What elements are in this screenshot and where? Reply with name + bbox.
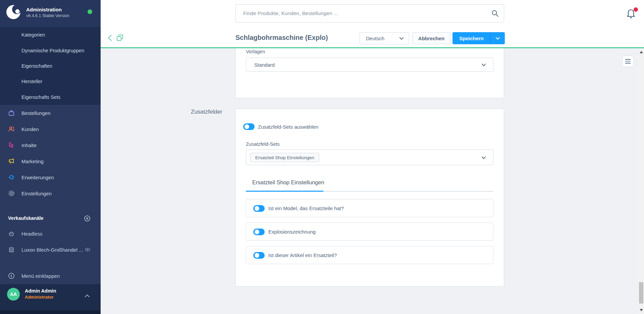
sidebar-item-dynamische-produktgruppen[interactable]: Dynamische Produktgruppen	[0, 43, 101, 58]
users-icon	[8, 126, 15, 132]
duplicate-icon[interactable]	[116, 34, 124, 42]
templates-card: Vorlagen Standard	[235, 48, 504, 98]
templates-label: Vorlagen	[246, 49, 265, 54]
vertical-scrollbar[interactable]	[638, 48, 644, 314]
ist-ersatzteil-toggle[interactable]	[253, 252, 265, 259]
user-name: Admin Admin	[25, 288, 56, 294]
custom-fields-card: Zusatzfeld-Sets auswählen Zusatzfeld-Set…	[235, 109, 504, 287]
scroll-up-arrow[interactable]	[640, 51, 643, 53]
sidebar-item-kunden[interactable]: Kunden	[0, 121, 101, 137]
page-title: Schlagbohrmaschine (Explo)	[235, 34, 328, 42]
save-options-button[interactable]	[491, 32, 505, 44]
sidebar-item-kategorien[interactable]: Kategorien	[0, 27, 101, 43]
scrollbar-thumb[interactable]	[639, 282, 643, 304]
toggle-row-label: Ist ein Model, das Ersatzteile hat?	[268, 205, 344, 211]
basket-icon	[8, 230, 15, 237]
collapse-menu-button[interactable]: Menü einklappen	[0, 268, 101, 284]
sidebar-item-label: Erweiterungen	[21, 175, 54, 180]
content-icon	[8, 142, 15, 148]
tab-ersatzteil-shop-einstellungen[interactable]: Ersatzteil Shop Einstellungen	[252, 179, 324, 186]
hamburger-icon	[625, 63, 631, 64]
tab-active-underline	[246, 191, 323, 192]
language-select-value: Deutsch	[366, 36, 384, 41]
notification-center-button[interactable]	[626, 7, 638, 20]
collapse-menu-label: Menü einklappen	[21, 273, 60, 279]
eye-icon[interactable]	[85, 247, 91, 253]
chevron-circle-left-icon	[8, 272, 15, 279]
sidebar-item-label: Marketing	[21, 159, 44, 164]
search-icon[interactable]	[491, 9, 499, 17]
custom-field-sets-select[interactable]: Ersatzteil Shop Einstellungen	[246, 149, 493, 165]
sidebar-header: Administration v6.4.6.1 Stable Version	[0, 0, 101, 27]
toggle-row-ersatzteile-hat: Ist ein Model, das Ersatzteile hat?	[246, 199, 493, 217]
sidebar-item-hersteller[interactable]: Hersteller	[0, 74, 101, 89]
custom-fields-section-heading: Zusatzfelder	[191, 109, 222, 115]
sidebar-item-label: Einstellungen	[21, 191, 52, 196]
app-version: v6.4.6.1 Stable Version	[26, 13, 69, 18]
template-select-value: Standard	[254, 62, 275, 68]
plug-icon	[8, 174, 15, 181]
notification-dot	[634, 7, 638, 12]
sidebar-item-bestellungen[interactable]: Bestellungen	[0, 105, 101, 121]
sidebar-item-eigenschafts-sets[interactable]: Eigenschafts Sets	[0, 89, 101, 105]
toggle-row-explosionszeichnung: Explosionszeichnung	[246, 223, 493, 241]
custom-field-sets-label: Zusatzfeld-Sets	[246, 141, 280, 147]
custom-field-sets-toggle-label: Zusatzfeld-Sets auswählen	[258, 124, 318, 130]
sidebar-item-einstellungen[interactable]: Einstellungen	[0, 185, 101, 201]
language-select[interactable]: Deutsch	[360, 32, 409, 44]
toggle-row-label: Explosionszeichnung	[268, 229, 316, 235]
save-button[interactable]: Speichern	[452, 32, 505, 44]
ersatzteile-hat-toggle[interactable]	[253, 205, 265, 212]
storefront-icon	[8, 246, 15, 253]
tab-underline-track	[323, 191, 493, 192]
back-icon[interactable]	[107, 34, 113, 42]
sidebar-item-label: Inhalte	[21, 142, 37, 148]
search-input[interactable]	[243, 5, 485, 22]
sidebar-item-erweiterungen[interactable]: Erweiterungen	[0, 169, 101, 185]
chevron-down-icon	[482, 64, 486, 66]
add-sales-channel-icon[interactable]	[84, 215, 91, 222]
card-context-menu-button[interactable]	[622, 56, 634, 67]
sidebar-item-marketing[interactable]: Marketing	[0, 153, 101, 169]
shopware-logo-icon	[5, 4, 21, 20]
toggle-knob	[255, 230, 259, 234]
sidebar-item-eigenschaften[interactable]: Eigenschaften	[0, 58, 101, 74]
sidebar: Administration v6.4.6.1 Stable Version K…	[0, 0, 101, 314]
sales-channel-label: Headless	[21, 231, 43, 237]
sidebar-submenu-catalog: Kategorien Dynamische Produktgruppen Eig…	[0, 27, 101, 105]
gear-icon	[8, 190, 15, 197]
toggle-row-label: Ist dieser Artikel ein Ersatzteil?	[268, 252, 337, 258]
sales-channels-heading: Verkaufskanäle	[8, 215, 44, 221]
toggle-knob	[255, 206, 259, 211]
cancel-button[interactable]: Abbrechen	[412, 32, 450, 44]
sidebar-bottom-strip	[0, 310, 101, 314]
sidebar-item-luxon-shop[interactable]: Luxon Blech-Großhandel ...	[0, 242, 101, 258]
smartbar: Schlagbohrmaschine (Explo) Deutsch Abbre…	[101, 27, 644, 48]
chevron-down-icon	[482, 156, 486, 159]
template-select[interactable]: Standard	[246, 58, 493, 72]
scroll-down-arrow[interactable]	[640, 309, 643, 311]
user-role: Administrator	[25, 295, 53, 300]
save-button-label[interactable]: Speichern	[452, 32, 490, 44]
explosionszeichnung-toggle[interactable]	[253, 229, 265, 235]
sidebar-item-headless[interactable]: Headless	[0, 226, 101, 242]
chevron-down-icon	[399, 37, 404, 40]
user-menu[interactable]: AA Admin Admin Administrator	[0, 284, 101, 310]
main-content: Vorlagen Standard Zusatzfelder Zusatzfel…	[101, 48, 638, 314]
toggle-row-ist-ersatzteil: Ist dieser Artikel ein Ersatzteil?	[246, 246, 493, 264]
toggle-knob	[245, 124, 249, 129]
topbar	[101, 0, 644, 27]
global-search[interactable]	[235, 4, 504, 22]
avatar: AA	[7, 288, 20, 301]
hamburger-icon	[625, 61, 631, 62]
sidebar-item-label: Bestellungen	[21, 110, 51, 116]
status-dot	[88, 9, 92, 14]
sidebar-main-menu: Bestellungen Kunden Inhalte	[0, 105, 101, 201]
selected-set-tag[interactable]: Ersatzteil Shop Einstellungen	[250, 153, 319, 162]
sidebar-item-label: Kunden	[21, 126, 39, 132]
sidebar-item-inhalte[interactable]: Inhalte	[0, 137, 101, 153]
megaphone-icon	[8, 158, 15, 165]
toggle-knob	[255, 253, 259, 258]
sales-channel-label: Luxon Blech-Großhandel ...	[21, 247, 83, 253]
custom-field-sets-toggle[interactable]	[243, 123, 255, 130]
